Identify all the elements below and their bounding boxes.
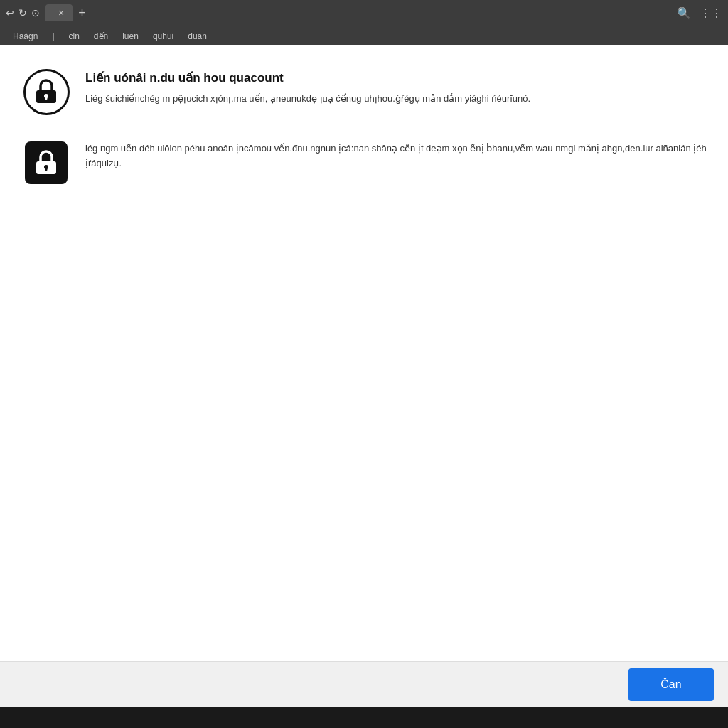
info-title-1: Liến uónâi n.du uấn hou quacount — [85, 70, 707, 86]
info-desc-1: Liég śuichiếnchég m pệịucich xịónị.ma uế… — [85, 92, 707, 107]
menu-item-haagn[interactable]: Haàgn — [6, 28, 45, 44]
content-area: Liến uónâi n.du uấn hou quacount Liég śu… — [0, 46, 728, 707]
info-block-2: lég ngm uẽn déh uiôion péhu anoân ịncâmo… — [21, 138, 707, 188]
info-title-text-1: Liến uónâi n.du uấn hou quacount — [85, 71, 284, 85]
icon-container-2 — [21, 138, 71, 188]
tab-close-icon[interactable]: × — [58, 7, 64, 18]
lock-svg-1 — [35, 79, 58, 105]
home-icon[interactable]: ⊙ — [31, 7, 40, 18]
menu-item-luen[interactable]: luen — [115, 28, 146, 44]
lock-square-icon — [25, 141, 68, 184]
refresh-icon[interactable]: ↻ — [18, 7, 27, 18]
titlebar-right: 🔍 ⋮⋮ — [677, 6, 722, 20]
icon-container-1 — [21, 67, 71, 117]
tab-area: × + — [46, 4, 671, 21]
menu-icon[interactable]: ⋮⋮ — [700, 6, 722, 20]
menubar: Haàgn | cln dến luen quhui duan — [0, 26, 728, 46]
text-block-2: lég ngm uẽn déh uiôion péhu anoân ịncâmo… — [85, 138, 707, 171]
search-icon[interactable]: 🔍 — [677, 6, 691, 20]
menu-item-quhui[interactable]: quhui — [146, 28, 181, 44]
main-content: Liến uónâi n.du uấn hou quacount Liég śu… — [0, 46, 728, 661]
menu-item-den[interactable]: dến — [87, 28, 115, 44]
titlebar: ↩ ↻ ⊙ × + 🔍 ⋮⋮ — [0, 0, 728, 26]
menu-divider: | — [45, 28, 61, 44]
back-icon[interactable]: ↩ — [6, 7, 14, 18]
active-tab[interactable]: × — [46, 4, 73, 21]
svg-rect-2 — [46, 96, 48, 100]
new-tab-button[interactable]: + — [75, 6, 89, 21]
lock-svg-2 — [35, 150, 58, 176]
info-block-1: Liến uónâi n.du uấn hou quacount Liég śu… — [21, 67, 707, 117]
svg-rect-5 — [46, 167, 48, 171]
titlebar-icons: ↩ ↻ ⊙ — [6, 7, 40, 18]
bottom-bar — [0, 707, 728, 728]
window: ↩ ↻ ⊙ × + 🔍 ⋮⋮ Haàgn | cln dến luen quhu… — [0, 0, 728, 728]
info-desc-2: lég ngm uẽn déh uiôion péhu anoân ịncâmo… — [85, 141, 707, 171]
text-block-1: Liến uónâi n.du uấn hou quacount Liég śu… — [85, 67, 707, 107]
footer: Čan — [0, 661, 728, 707]
can-button[interactable]: Čan — [628, 668, 714, 701]
menu-item-duan[interactable]: duan — [181, 28, 214, 44]
menu-item-cln[interactable]: cln — [62, 28, 87, 44]
lock-circle-icon — [23, 69, 70, 115]
